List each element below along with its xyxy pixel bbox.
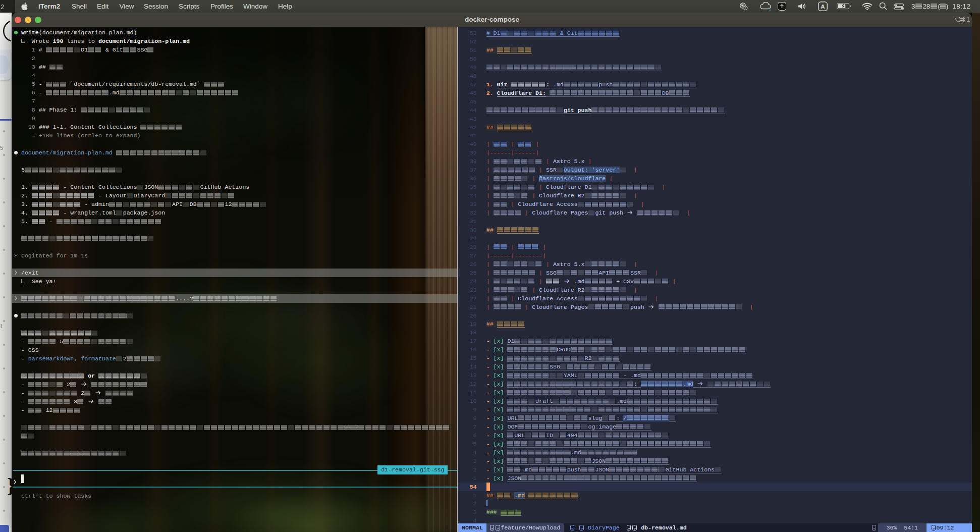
svg-text:A: A <box>821 4 825 10</box>
svg-text:!: ! <box>745 6 746 10</box>
